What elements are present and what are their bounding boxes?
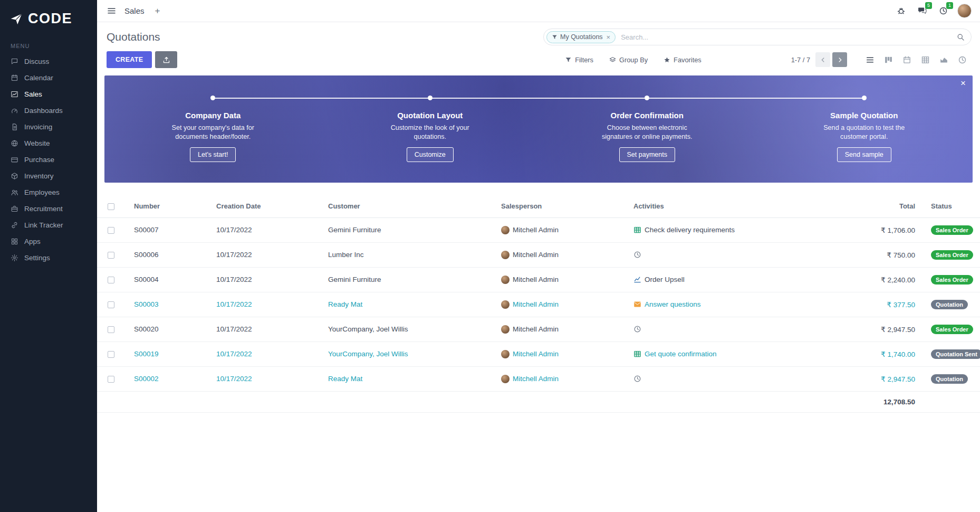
search-icon[interactable] [957,33,965,41]
column-header-customer[interactable]: Customer [325,195,498,217]
row-checkbox[interactable] [108,301,114,308]
table-row[interactable]: S00007 10/17/2022 Gemini Furniture Mitch… [97,217,980,242]
create-button[interactable]: CREATE [107,51,152,68]
kanban-view-button[interactable] [879,52,898,68]
cell-date: 10/17/2022 [213,292,325,317]
filters-icon [565,56,572,63]
pager-previous-button[interactable] [815,52,830,67]
table-row[interactable]: S00004 10/17/2022 Gemini Furniture Mitch… [97,267,980,292]
activity-cell[interactable]: Get quote confirmation [633,342,846,366]
brand-logo[interactable]: CODE [0,0,97,35]
sidebar-item-website[interactable]: Website [0,135,97,151]
row-checkbox[interactable] [108,252,114,259]
hamburger-menu-button[interactable] [104,4,118,18]
plus-icon: + [155,6,160,16]
search-facet[interactable]: My Quotations × [546,31,616,43]
sidebar-item-calendar[interactable]: Calendar [0,70,97,86]
user-avatar[interactable] [957,4,972,18]
sidebar-item-invoicing[interactable]: Invoicing [0,119,97,135]
row-checkbox[interactable] [108,227,114,234]
column-header-status[interactable]: Status [920,195,980,217]
filters-button[interactable]: Filters [565,56,593,64]
table-row[interactable]: S00003 10/17/2022 Ready Mat Mitchell Adm… [97,292,980,317]
new-tab-button[interactable]: + [151,4,165,18]
activity-cell[interactable] [633,317,846,342]
favorites-button[interactable]: Favorites [664,56,702,64]
pivot-view-icon [921,55,930,64]
activity-cell[interactable]: Order Upsell [633,268,846,292]
page-title: Quotations [107,31,160,43]
calendar-view-icon [902,55,911,64]
sidebar-item-label: Link Tracker [24,221,63,229]
sidebar-item-apps[interactable]: Apps [0,233,97,250]
bug-icon [897,6,906,15]
status-badge: Sales Order [931,325,973,334]
menu-section-label: MENU [0,35,97,53]
messages-button[interactable]: 5 [915,4,929,18]
row-checkbox[interactable] [108,277,114,283]
group-by-icon [609,56,616,63]
facet-label: My Quotations [560,33,603,41]
calendar-view-button[interactable] [898,52,916,68]
step-dot [210,96,215,100]
activities-button[interactable]: 1 [936,4,950,18]
table-row[interactable]: S00020 10/17/2022 YourCompany, Joel Will… [97,317,980,342]
activity-cell[interactable]: Check delivery requirements [633,218,846,242]
control-panel: Quotations My Quotations × CREATE [97,22,980,74]
salesperson-avatar [501,375,510,383]
step-description: Choose between electronic signatures or … [602,124,693,141]
gear-icon [11,254,18,262]
sidebar-item-inventory[interactable]: Inventory [0,168,97,184]
row-checkbox[interactable] [108,326,114,333]
activity-cell[interactable] [633,367,846,391]
column-header-creation-date[interactable]: Creation Date [213,195,325,217]
website-icon [11,139,18,147]
table-row[interactable]: S00006 10/17/2022 Lumber Inc Mitchell Ad… [97,242,980,267]
sidebar-item-recruitment[interactable]: Recruitment [0,201,97,217]
send-sample-button[interactable]: Send sample [837,147,891,162]
activity-view-button[interactable] [953,52,972,68]
debug-button[interactable] [894,4,908,18]
select-all-checkbox[interactable] [108,203,114,210]
messages-badge: 5 [925,2,932,9]
row-checkbox[interactable] [108,351,114,358]
activity-cell[interactable] [633,243,846,267]
column-header-salesperson[interactable]: Salesperson [498,195,630,217]
search-input[interactable] [616,33,957,41]
pivot-view-button[interactable] [916,52,935,68]
table-row[interactable]: S00002 10/17/2022 Ready Mat Mitchell Adm… [97,366,980,391]
sidebar-item-link-tracker[interactable]: Link Tracker [0,217,97,233]
cell-date: 10/17/2022 [213,242,325,267]
group-by-button[interactable]: Group By [609,56,648,64]
customize-button[interactable]: Customize [407,147,454,162]
graph-view-button[interactable] [935,52,953,68]
sidebar-item-settings[interactable]: Settings [0,250,97,266]
list-view-button[interactable] [861,52,879,68]
sidebar-item-purchase[interactable]: Purchase [0,151,97,168]
set-payments-button[interactable]: Set payments [619,147,675,162]
sidebar-item-discuss[interactable]: Discuss [0,53,97,70]
cell-total: ₹ 2,947.50 [849,366,920,391]
pager: 1-7 / 7 [791,52,847,67]
list-view-icon [866,55,875,64]
export-button[interactable] [155,51,177,68]
favorites-label: Favorites [674,56,702,64]
step-dot [862,96,867,100]
salesperson-avatar [501,276,510,284]
table-row[interactable]: S00019 10/17/2022 YourCompany, Joel Will… [97,342,980,366]
column-header-number[interactable]: Number [131,195,213,217]
column-header-total[interactable]: Total [849,195,920,217]
sidebar-item-employees[interactable]: Employees [0,184,97,201]
search-bar[interactable]: My Quotations × [543,29,972,45]
activity-cell[interactable]: Answer questions [633,292,846,317]
chevron-right-icon [837,56,843,63]
facet-remove-icon[interactable]: × [607,33,611,41]
sidebar-item-sales[interactable]: Sales [0,86,97,102]
sales-icon [11,90,18,98]
cell-salesperson: Mitchell Admin [513,300,559,308]
sidebar-item-dashboards[interactable]: Dashboards [0,102,97,119]
column-header-activities[interactable]: Activities [630,195,849,217]
row-checkbox[interactable] [108,376,114,383]
pager-next-button[interactable] [832,52,847,67]
lets-start-button[interactable]: Let's start! [190,147,236,162]
